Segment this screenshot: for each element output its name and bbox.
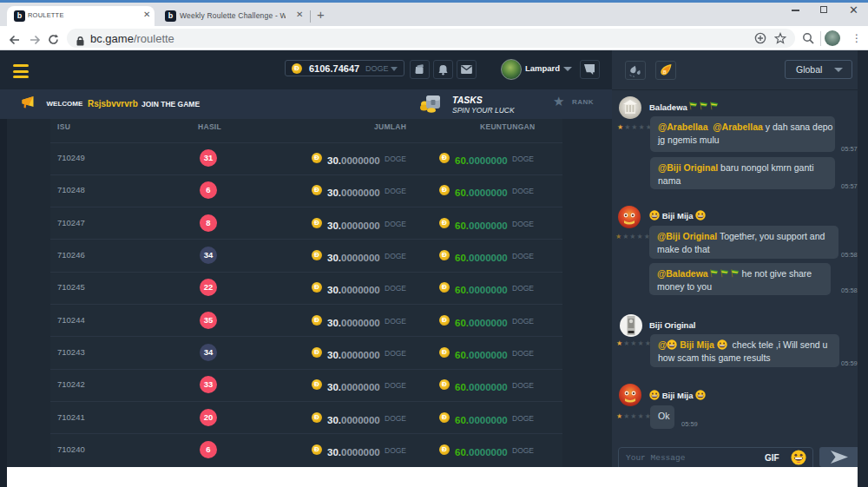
svg-text:B: B <box>663 69 667 75</box>
